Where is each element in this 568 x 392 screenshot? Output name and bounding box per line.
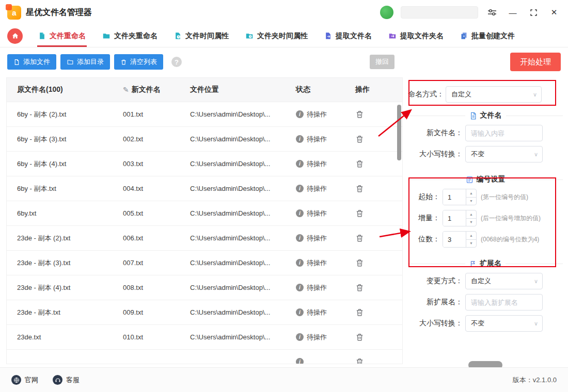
info-icon: i: [296, 259, 304, 267]
tab-file-rename[interactable]: 文件重命名: [37, 25, 87, 47]
website-link[interactable]: 官网: [11, 375, 38, 385]
chevron-down-icon: ∨: [533, 91, 537, 98]
case-convert-label: 大小写转换：: [408, 150, 463, 159]
tab-file-time[interactable]: 文件时间属性: [173, 25, 230, 47]
column-header-action: 操作: [355, 85, 386, 94]
delete-row-button[interactable]: [355, 333, 364, 341]
maximize-button[interactable]: [527, 6, 540, 19]
clear-list-button[interactable]: 清空列表: [114, 54, 163, 70]
support-link[interactable]: 客服: [53, 375, 80, 385]
stepper-down-button[interactable]: ▼: [466, 240, 476, 248]
delete-row-button[interactable]: [355, 283, 364, 292]
table-row[interactable]: 6by - 副本 (2).txt 001.txt C:\Users\admin\…: [7, 102, 402, 126]
info-icon: i: [296, 160, 304, 168]
column-header-original[interactable]: 原文件名(100): [7, 85, 123, 94]
extract-foldername-icon: [388, 32, 397, 40]
delete-row-button[interactable]: [355, 308, 364, 317]
tab-folder-rename[interactable]: 文件夹重命名: [101, 25, 159, 47]
stepper-up-button[interactable]: ▲: [466, 189, 476, 198]
stepper-up-button[interactable]: ▲: [466, 232, 476, 240]
table-header: 原文件名(100) ✎ 新文件名 文件位置 状态 操作: [7, 78, 402, 102]
start-number-stepper: ▲ ▼: [443, 189, 477, 205]
new-filename-label: 新文件名：: [408, 128, 463, 138]
help-icon[interactable]: ?: [171, 57, 182, 67]
main-content: 原文件名(100) ✎ 新文件名 文件位置 状态 操作 6by - 副本 (2)…: [0, 76, 568, 367]
column-header-status[interactable]: 状态: [296, 85, 355, 94]
user-avatar[interactable]: [380, 6, 393, 19]
delete-row-button[interactable]: [355, 357, 364, 364]
table-row[interactable]: 23de.txt 010.txt C:\Users\admin\Desktop\…: [7, 324, 402, 349]
filename-section-header: 文件名: [408, 111, 563, 120]
delete-row-button[interactable]: [355, 209, 364, 218]
tab-extract-foldername[interactable]: 提取文件夹名: [387, 25, 445, 47]
chevron-down-icon: ∨: [534, 151, 538, 158]
info-icon: i: [296, 308, 304, 316]
settings-sliders-icon[interactable]: [485, 6, 499, 19]
table-row[interactable]: 6by - 副本.txt 004.txt C:\Users\admin\Desk…: [7, 176, 402, 201]
ext-case-select[interactable]: 不变 ∨: [465, 315, 543, 332]
chevron-down-icon: ∨: [534, 278, 538, 285]
digits-number-input[interactable]: [443, 232, 466, 247]
step-number-input[interactable]: [443, 210, 466, 226]
new-ext-input[interactable]: [465, 294, 543, 311]
headset-icon: [53, 375, 62, 385]
tab-batch-create[interactable]: 批量创建文件: [459, 25, 516, 47]
document-icon: [469, 112, 477, 120]
folder-rename-icon: [102, 32, 111, 40]
start-number-input[interactable]: [443, 189, 466, 205]
column-header-location[interactable]: 文件位置: [190, 85, 296, 94]
table-scrollbar[interactable]: [397, 105, 401, 160]
ext-change-label: 变更方式：: [408, 276, 463, 286]
info-icon: i: [296, 110, 304, 118]
delete-row-button[interactable]: [355, 184, 364, 193]
start-processing-button[interactable]: 开始处理: [510, 53, 561, 71]
case-convert-select[interactable]: 不变 ∨: [465, 146, 543, 162]
delete-row-button[interactable]: [355, 258, 364, 267]
home-button[interactable]: [7, 28, 23, 44]
delete-row-button[interactable]: [355, 135, 364, 143]
column-header-new[interactable]: ✎ 新文件名: [123, 85, 190, 94]
step-number-hint: (后一位编号增加的值): [481, 214, 541, 223]
add-file-button[interactable]: 添加文件: [7, 54, 56, 70]
footer: 官网 客服 版本：v2.1.0.0: [0, 367, 568, 392]
add-folder-button[interactable]: 添加目录: [60, 54, 110, 70]
table-row[interactable]: 23de - 副本 (4).txt 008.txt C:\Users\admin…: [7, 275, 402, 300]
info-icon: i: [296, 284, 304, 291]
info-icon: i: [296, 333, 304, 341]
extension-section-header: 扩展名: [408, 259, 563, 268]
table-row[interactable]: 23de - 副本 (2).txt 006.txt C:\Users\admin…: [7, 225, 402, 250]
file-time-icon: [174, 32, 182, 40]
table-row[interactable]: 6by - 副本 (3).txt 002.txt C:\Users\admin\…: [7, 126, 402, 151]
info-icon: i: [296, 234, 304, 242]
delete-row-button[interactable]: [355, 110, 364, 119]
table-row-partial[interactable]: i: [7, 349, 402, 364]
step-number-label: 增量：: [408, 214, 440, 223]
stepper-up-button[interactable]: ▲: [466, 210, 476, 219]
batch-create-icon: [460, 32, 468, 40]
delete-row-button[interactable]: [355, 159, 364, 168]
minimize-button[interactable]: —: [506, 6, 519, 19]
table-row[interactable]: 23de - 副本 (3).txt 007.txt C:\Users\admin…: [7, 250, 402, 275]
tab-folder-time[interactable]: 文件夹时间属性: [244, 25, 309, 47]
table-row[interactable]: 6by - 副本 (4).txt 003.txt C:\Users\admin\…: [7, 151, 402, 176]
version-label: 版本：v2.1.0.0: [513, 375, 557, 385]
stepper-down-button[interactable]: ▼: [466, 198, 476, 205]
ext-change-select[interactable]: 自定义 ∨: [465, 273, 543, 289]
digits-number-stepper: ▲ ▼: [443, 231, 477, 248]
file-rename-icon: [38, 32, 46, 40]
file-table: 原文件名(100) ✎ 新文件名 文件位置 状态 操作 6by - 副本 (2)…: [6, 77, 403, 364]
table-row[interactable]: 23de - 副本.txt 009.txt C:\Users\admin\Des…: [7, 300, 402, 324]
extract-filename-icon: [324, 32, 332, 40]
table-row[interactable]: 6by.txt 005.txt C:\Users\admin\Desktop\.…: [7, 201, 402, 225]
titlebar: a 星优文件名管理器 — ✕: [0, 0, 568, 25]
stepper-down-button[interactable]: ▼: [466, 219, 476, 226]
naming-method-select[interactable]: 自定义 ∨: [446, 86, 542, 103]
close-button[interactable]: ✕: [547, 6, 561, 19]
delete-row-button[interactable]: [355, 234, 364, 242]
tab-extract-filename[interactable]: 提取文件名: [323, 25, 373, 47]
undo-button[interactable]: 撤回: [370, 55, 395, 69]
edit-icon: ✎: [123, 86, 129, 94]
new-ext-label: 新扩展名：: [408, 298, 463, 307]
new-filename-input[interactable]: [465, 125, 543, 141]
app-logo-icon: a: [7, 6, 21, 20]
